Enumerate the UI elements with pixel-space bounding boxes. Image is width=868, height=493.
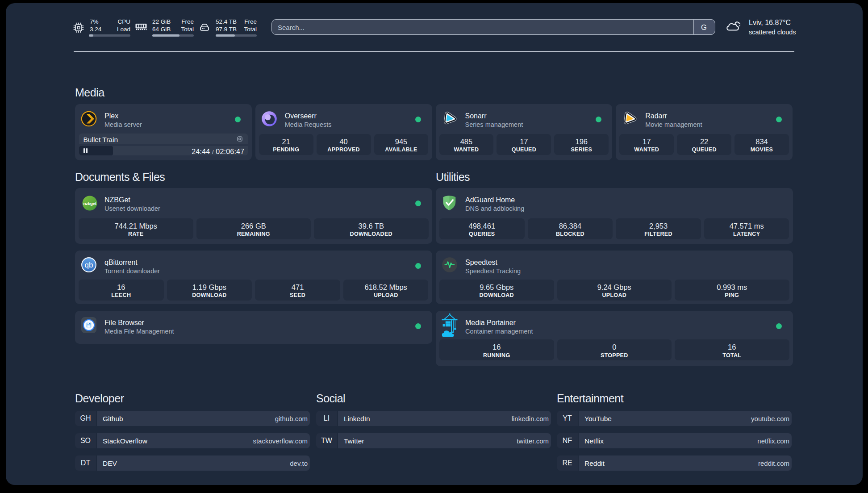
svg-text:qb: qb [85, 261, 93, 269]
svg-text:nzbget: nzbget [83, 201, 96, 206]
